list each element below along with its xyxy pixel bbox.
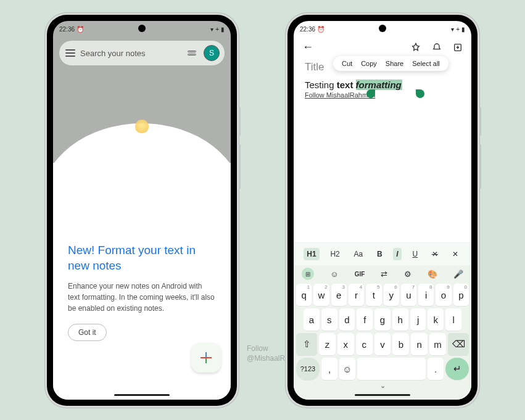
keyboard: ⊞ ☺ GIF ⇄ ⚙ 🎨 🎤 q1w2e3r4t5y6u7i8o9p0 asd… (294, 265, 471, 400)
key-a[interactable]: a (304, 308, 320, 331)
phone-frame-right: 22:36 ⏰ ▾ + ▮ ← Title Cut Copy Share (287, 15, 477, 406)
fmt-aa[interactable]: Aa (351, 248, 366, 260)
editor-toolbar: ← (294, 35, 471, 56)
kb-collapse-icon[interactable]: ⌄ (294, 381, 471, 392)
key-symbols[interactable]: ?123 (296, 358, 320, 380)
promo-title: New! Format your text in new notes (68, 243, 216, 273)
title-input[interactable]: Title (305, 61, 325, 73)
menu-icon[interactable] (65, 49, 75, 57)
key-e[interactable]: e3 (331, 284, 347, 306)
avatar[interactable]: S (204, 45, 220, 61)
key-r[interactable]: r4 (349, 284, 364, 306)
key-t[interactable]: t5 (366, 284, 381, 306)
keyboard-toolbar: ⊞ ☺ GIF ⇄ ⚙ 🎨 🎤 (294, 265, 471, 282)
ctx-cut[interactable]: Cut (342, 60, 352, 67)
kb-row-2: asdfghjkl (294, 307, 471, 332)
fmt-underline[interactable]: U (409, 248, 421, 260)
plus-icon: + (456, 26, 460, 33)
status-time: 22:36 (300, 26, 315, 33)
key-period[interactable]: . (428, 358, 444, 380)
reminder-icon[interactable] (432, 43, 442, 52)
note-body[interactable]: Testing text formatting Follow MishaalRa… (294, 73, 471, 99)
key-emoji[interactable]: ☺ (339, 358, 355, 380)
body-text-normal: Testing (305, 80, 337, 90)
lightbulb-icon (135, 120, 149, 133)
status-time: 22:36 (59, 26, 75, 33)
key-y[interactable]: y6 (384, 284, 399, 306)
format-toolbar: H1 H2 Aa B I U ✕̵ ✕ (294, 242, 471, 265)
ctx-select-all[interactable]: Select all (412, 60, 440, 67)
ctx-copy[interactable]: Copy (361, 60, 377, 67)
key-m[interactable]: m (429, 333, 446, 355)
key-k[interactable]: k (428, 308, 444, 331)
key-g[interactable]: g (374, 308, 391, 331)
promo-body: Enhance your new notes on Android with t… (68, 281, 216, 314)
kb-grid-icon[interactable]: ⊞ (302, 268, 314, 280)
kb-row-4: ?123,☺ .↵ (294, 356, 471, 381)
kb-gif-icon[interactable]: GIF (355, 271, 365, 278)
key-p[interactable]: p0 (453, 284, 469, 306)
key-n[interactable]: n (411, 333, 428, 355)
key-shift[interactable]: ⇧ (296, 333, 317, 355)
key-j[interactable]: j (410, 308, 426, 331)
body-text-italic-selected: formatting (356, 80, 402, 90)
key-f[interactable]: f (357, 308, 373, 331)
alarm-icon: ⏰ (317, 26, 325, 33)
gesture-bar[interactable] (355, 394, 410, 396)
key-backspace[interactable]: ⌫ (448, 333, 469, 355)
key-c[interactable]: c (356, 333, 373, 355)
key-o[interactable]: o9 (436, 284, 451, 306)
battery-icon: ▮ (221, 26, 225, 33)
key-enter[interactable]: ↵ (445, 358, 469, 380)
key-h[interactable]: h (392, 308, 408, 331)
key-q[interactable]: q1 (296, 284, 312, 306)
body-line-2: Follow MishaalRahman (305, 91, 460, 99)
wifi-icon: ▾ (210, 26, 213, 33)
key-l[interactable]: l (445, 308, 461, 331)
key-w[interactable]: w2 (313, 284, 329, 306)
phone-frame-left: 22:36 ⏰ ▾ + ▮ Search your notes S New! F… (47, 15, 237, 406)
key-i[interactable]: i8 (418, 284, 434, 306)
kb-mic-icon[interactable]: 🎤 (453, 270, 463, 279)
text-context-menu: Cut Copy Share Select all (333, 56, 449, 71)
battery-icon: ▮ (461, 26, 465, 33)
kb-sticker-icon[interactable]: ☺ (330, 270, 338, 279)
fmt-bold[interactable]: B (374, 248, 386, 260)
key-x[interactable]: x (337, 333, 354, 355)
key-z[interactable]: z (319, 333, 336, 355)
camera-cutout (379, 25, 386, 32)
key-space[interactable] (357, 358, 426, 380)
search-placeholder: Search your notes (80, 49, 183, 58)
ctx-share[interactable]: Share (386, 60, 403, 67)
fmt-h2[interactable]: H2 (327, 248, 342, 260)
kb-palette-icon[interactable]: 🎨 (428, 270, 437, 279)
key-v[interactable]: v (374, 333, 391, 355)
back-button[interactable]: ← (302, 41, 313, 54)
key-u[interactable]: u7 (401, 284, 416, 306)
fmt-clear[interactable]: ✕̵ (429, 248, 441, 260)
screen-left: 22:36 ⏰ ▾ + ▮ Search your notes S New! F… (53, 21, 231, 400)
fmt-h1[interactable]: H1 (304, 248, 319, 260)
plus-icon: + (215, 26, 219, 33)
archive-icon[interactable] (453, 43, 463, 52)
kb-settings-icon[interactable]: ⚙ (404, 270, 411, 279)
screen-right: 22:36 ⏰ ▾ + ▮ ← Title Cut Copy Share (294, 21, 471, 400)
new-note-fab[interactable] (191, 343, 221, 373)
key-s[interactable]: s (321, 308, 337, 331)
view-toggle-icon[interactable] (188, 51, 196, 56)
kb-translate-icon[interactable]: ⇄ (381, 270, 387, 279)
selection-handle-start[interactable] (366, 89, 375, 98)
wifi-icon: ▾ (451, 26, 454, 33)
kb-row-1: q1w2e3r4t5y6u7i8o9p0 (294, 282, 471, 307)
key-d[interactable]: d (339, 308, 355, 331)
got-it-button[interactable]: Got it (68, 324, 107, 341)
plus-icon (200, 352, 212, 363)
search-bar[interactable]: Search your notes S (59, 41, 225, 65)
key-b[interactable]: b (392, 333, 409, 355)
fmt-close[interactable]: ✕ (449, 248, 461, 260)
pin-icon[interactable] (411, 43, 421, 52)
fmt-italic[interactable]: I (393, 248, 401, 260)
gesture-bar[interactable] (114, 394, 170, 396)
key-comma[interactable]: , (321, 358, 337, 380)
selection-handle-end[interactable] (416, 89, 424, 98)
